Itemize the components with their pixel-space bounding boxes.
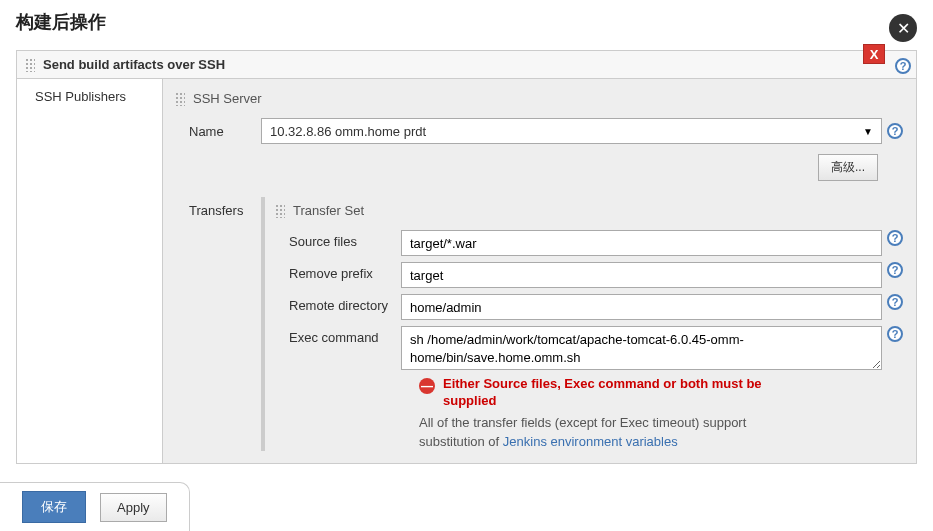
help-icon[interactable]: ? — [887, 262, 903, 278]
footer-toolbar: 保存 Apply — [0, 482, 190, 531]
drag-handle-icon[interactable] — [25, 58, 35, 72]
transfer-set-header: Transfer Set — [271, 197, 908, 224]
close-dialog-button[interactable]: ✕ — [889, 14, 917, 42]
help-icon[interactable]: ? — [887, 230, 903, 246]
help-icon[interactable]: ? — [887, 326, 903, 342]
publishers-label: SSH Publishers — [17, 79, 162, 463]
drag-handle-icon[interactable] — [275, 204, 285, 218]
exec-command-label: Exec command — [271, 326, 401, 345]
remove-section-button[interactable]: X — [863, 44, 885, 64]
chevron-down-icon: ▼ — [863, 126, 873, 137]
name-label: Name — [189, 124, 261, 139]
ssh-server-selected-value: 10.32.8.86 omm.home prdt — [270, 124, 426, 139]
apply-button[interactable]: Apply — [100, 493, 167, 522]
exec-command-textarea[interactable] — [401, 326, 882, 370]
post-build-section: X ? Send build artifacts over SSH SSH Pu… — [16, 50, 917, 464]
help-icon[interactable]: ? — [887, 123, 903, 139]
validation-error-text: Either Source files, Exec command or bot… — [443, 376, 803, 410]
remote-directory-label: Remote directory — [271, 294, 401, 313]
remove-prefix-label: Remove prefix — [271, 262, 401, 281]
transfer-hint: All of the transfer fields (except for E… — [419, 414, 799, 452]
transfer-set-title: Transfer Set — [293, 203, 364, 218]
help-icon[interactable]: ? — [895, 58, 911, 74]
source-files-label: Source files — [271, 230, 401, 249]
validation-error: — Either Source files, Exec command or b… — [419, 376, 908, 410]
error-icon: — — [419, 378, 435, 394]
remote-directory-input[interactable] — [401, 294, 882, 320]
ssh-server-select[interactable]: 10.32.8.86 omm.home prdt ▼ — [261, 118, 882, 144]
ssh-server-header: SSH Server — [171, 85, 908, 112]
advanced-button[interactable]: 高级... — [818, 154, 878, 181]
drag-handle-icon[interactable] — [175, 92, 185, 106]
remove-prefix-input[interactable] — [401, 262, 882, 288]
transfers-label: Transfers — [171, 197, 261, 451]
source-files-input[interactable] — [401, 230, 882, 256]
help-icon[interactable]: ? — [887, 294, 903, 310]
section-header: Send build artifacts over SSH — [16, 50, 917, 78]
ssh-server-title: SSH Server — [193, 91, 262, 106]
env-vars-link[interactable]: Jenkins environment variables — [503, 434, 678, 449]
page-title: 构建后操作 — [0, 0, 933, 42]
save-button[interactable]: 保存 — [22, 491, 86, 523]
section-title: Send build artifacts over SSH — [43, 57, 225, 72]
